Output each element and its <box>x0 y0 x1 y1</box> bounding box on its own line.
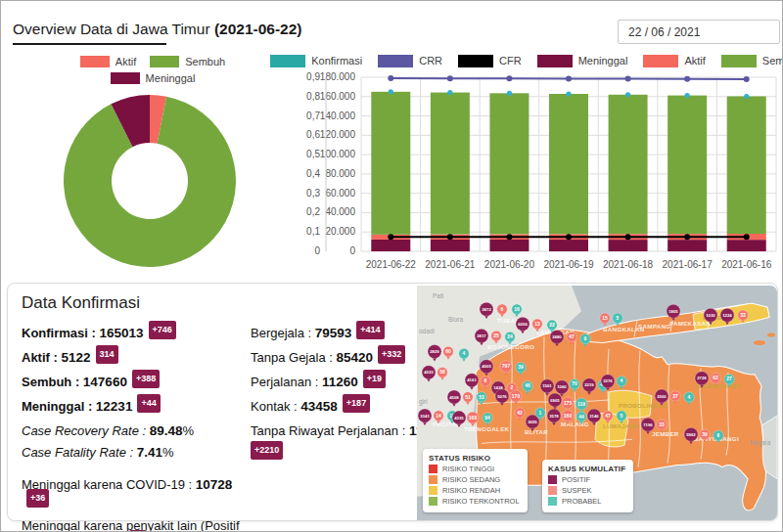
stat-row: Case Fatality Rate : 7.41% <box>22 444 249 461</box>
stat-value: 12231 <box>96 399 133 414</box>
bar-legend-cfr: CFR <box>458 55 522 67</box>
line-point-crr[interactable] <box>506 75 512 81</box>
svg-text:3055: 3055 <box>528 420 537 424</box>
svg-text:1561: 1561 <box>542 383 552 388</box>
line-point-crr[interactable] <box>744 76 750 82</box>
bar-meninggal-2021-06-19[interactable] <box>549 240 588 251</box>
svg-text:797: 797 <box>502 363 511 369</box>
legend-label: CRR <box>419 55 442 66</box>
map-legend-item: RISIKO RENDAH <box>429 486 520 495</box>
line-point-cfr[interactable] <box>744 234 750 240</box>
stat-row: Perjalanan : 11260+19 <box>251 374 422 393</box>
stat-value: 7.41 <box>137 445 162 460</box>
svg-text:9: 9 <box>584 335 587 341</box>
bar-meninggal-2021-06-16[interactable] <box>727 240 766 251</box>
count-axis-tick: 40.000 <box>325 206 355 217</box>
legend-swatch <box>429 475 438 484</box>
svg-text:7196: 7196 <box>643 422 653 427</box>
bar-sembuh-2021-06-16[interactable] <box>727 96 766 234</box>
bar-meninggal-2021-06-21[interactable] <box>431 240 470 251</box>
legend-swatch <box>721 55 757 67</box>
konfirmasi-marker[interactable] <box>507 91 512 96</box>
map-legend-title: STATUS RISIKO <box>429 454 520 463</box>
bar-meninggal-2021-06-17[interactable] <box>668 240 707 251</box>
svg-text:3146: 3146 <box>589 414 599 419</box>
bar-meninggal-2021-06-18[interactable] <box>609 240 648 251</box>
line-point-crr[interactable] <box>625 76 631 82</box>
line-point-cfr[interactable] <box>625 234 631 240</box>
stat-row: Aktif : 5122314 <box>22 349 249 369</box>
stat-label: Meninggal : <box>22 399 96 414</box>
konfirmasi-marker[interactable] <box>389 89 393 94</box>
stat-value: 43458 <box>300 399 338 414</box>
stat-row: Konfirmasi : 165013+746 <box>22 325 249 344</box>
svg-text:5076: 5076 <box>497 394 507 399</box>
title-underline <box>13 43 166 45</box>
count-axis-tick: 0 <box>349 245 355 256</box>
svg-text:2480: 2480 <box>552 334 562 339</box>
line-point-cfr[interactable] <box>388 234 393 240</box>
konfirmasi-marker[interactable] <box>625 92 630 97</box>
svg-text:1805: 1805 <box>668 309 678 314</box>
map-islet <box>767 332 775 336</box>
bar-sembuh-2021-06-22[interactable] <box>371 92 410 235</box>
legend-swatch <box>270 55 305 67</box>
map-legend-status-risiko: STATUS RISIKORISIKO TINGGIRISIKO SEDANGR… <box>423 449 528 512</box>
svg-text:70: 70 <box>572 380 577 386</box>
line-point-crr[interactable] <box>684 76 690 82</box>
stat-row: Tanpa Riwayat Perjalanan : 110295+2210 <box>251 422 422 460</box>
ratio-axis-tick: 0,8 <box>306 91 320 102</box>
stat-row: Kontak : 43458+187 <box>251 398 422 418</box>
bar-legend-konfirmasi: Konfirmasi <box>270 55 362 67</box>
stat-label: Tanpa Riwayat Perjalanan : <box>251 423 409 438</box>
bar-sembuh-2021-06-17[interactable] <box>668 96 707 234</box>
line-point-cfr[interactable] <box>506 234 512 240</box>
stat-badge: +36 <box>26 489 49 508</box>
legend-swatch <box>548 475 557 484</box>
bar-sembuh-2021-06-21[interactable] <box>431 93 470 235</box>
svg-text:170: 170 <box>512 393 521 399</box>
bar-sembuh-2021-06-18[interactable] <box>609 95 648 234</box>
map-region-label: BOJONEGORO <box>487 343 534 350</box>
svg-text:15: 15 <box>602 315 608 321</box>
legend-label: CFR <box>499 55 522 66</box>
line-point-cfr[interactable] <box>566 234 572 240</box>
svg-text:33: 33 <box>740 312 746 318</box>
map-islet <box>754 340 765 345</box>
line-point-cfr[interactable] <box>684 234 690 240</box>
legend-swatch <box>80 56 110 67</box>
bar-meninggal-2021-06-22[interactable] <box>371 240 410 251</box>
line-point-crr[interactable] <box>388 75 393 81</box>
svg-text:2500: 2500 <box>657 394 667 399</box>
svg-text:39: 39 <box>702 431 708 437</box>
donut-legend-meninggal: Meninggal <box>111 72 196 84</box>
data-konfirmasi-card: Data Konfirmasi Konfirmasi : 165013+746A… <box>7 283 778 521</box>
svg-text:2219: 2219 <box>584 382 594 387</box>
count-axis-tick: 100.000 <box>320 149 356 159</box>
konfirmasi-marker[interactable] <box>685 93 690 98</box>
line-point-cfr[interactable] <box>447 234 453 240</box>
bar-meninggal-2021-06-20[interactable] <box>489 240 529 251</box>
stat-label: Sembuh : <box>22 375 83 389</box>
stat-row: Meninggal : 12231+44 <box>22 398 249 418</box>
konfirmasi-marker[interactable] <box>566 91 571 96</box>
bar-sembuh-2021-06-20[interactable] <box>489 93 529 234</box>
stat-value: 165013 <box>99 326 143 340</box>
donut-legend: AktifSembuh Meninggal <box>21 56 285 89</box>
stats-mid-column: Bergejala : 79593+414Tanpa Gejala : 8542… <box>251 325 422 465</box>
konfirmasi-marker[interactable] <box>447 90 452 95</box>
legend-label: Sembuh <box>762 55 783 66</box>
ratio-axis-tick: 0,9 <box>306 71 320 82</box>
bar-sembuh-2021-06-19[interactable] <box>549 94 588 234</box>
jawa-timur-map[interactable]: PatiBloraodadigiriNegaraTUBANLAMONGANBOJ… <box>417 286 777 520</box>
x-axis-label: 2021-06-19 <box>543 259 594 270</box>
svg-text:4161: 4161 <box>467 377 477 382</box>
svg-text:119: 119 <box>577 401 585 407</box>
konfirmasi-marker[interactable] <box>744 94 749 99</box>
legend-swatch <box>150 56 179 67</box>
svg-text:4: 4 <box>621 377 623 383</box>
map-region-label: TRENGGALEK <box>464 425 510 432</box>
line-point-crr[interactable] <box>566 75 572 81</box>
date-input[interactable] <box>618 20 780 44</box>
line-point-crr[interactable] <box>447 75 453 81</box>
